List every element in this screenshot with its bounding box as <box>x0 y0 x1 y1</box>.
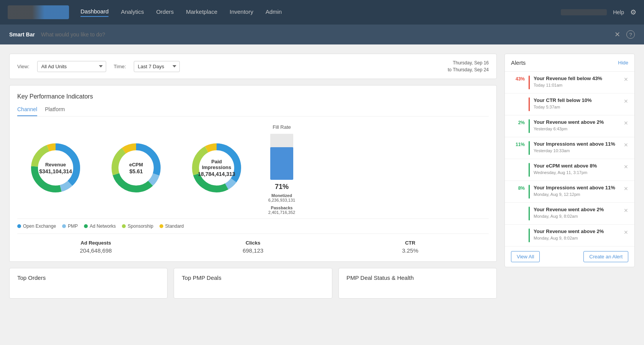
chart-legend: Open Exchange PMP Ad Networks Sponsorshi… <box>17 219 489 233</box>
stat-ad-requests: Ad Requests 204,648,698 <box>17 240 174 254</box>
settings-icon[interactable]: ⚙ <box>630 8 636 16</box>
top-pmp-deals-card: Top PMP Deals <box>174 268 332 299</box>
help-link[interactable]: Help <box>613 9 624 15</box>
passbacks-label: Passbacks <box>271 205 293 210</box>
create-alert-button[interactable]: Create an Alert <box>583 251 628 262</box>
tab-platform[interactable]: Platform <box>45 106 65 116</box>
view-select[interactable]: All Ad Units <box>37 61 106 72</box>
nav-dashboard[interactable]: Dashboard <box>80 8 108 17</box>
alerts-panel: Alerts Hide 43% Your Revenue fell below … <box>504 54 635 267</box>
alert-item-0: 43% Your Revenue fell below 43% Today 11… <box>505 72 634 94</box>
bottom-cards: Top Orders Top PMP Deals PMP Deal Status… <box>9 268 497 299</box>
smart-bar-input[interactable] <box>41 31 608 38</box>
legend-dot-sponsorship <box>122 224 126 228</box>
nav-analytics[interactable]: Analytics <box>121 8 144 16</box>
view-all-button[interactable]: View All <box>511 251 540 262</box>
alert-badge-3: 11% <box>511 141 525 147</box>
alert-content-2: Your Revenue went above 2% Yesterday 6:4… <box>534 119 620 131</box>
time-select[interactable]: Last 7 Days <box>134 61 180 72</box>
legend-dot-ad-networks <box>84 224 88 228</box>
time-label: Time: <box>114 64 126 69</box>
alert-content-4: Your eCPM went above 8% Wednesday, Aug 1… <box>534 163 620 175</box>
legend-ad-networks: Ad Networks <box>84 223 116 229</box>
smart-bar-label: Smart Bar <box>9 31 35 38</box>
legend-open-exchange: Open Exchange <box>17 223 56 229</box>
revenue-donut-text: Revenue $341,104,314 <box>39 162 72 174</box>
passbacks-value: 2,401,716,352 <box>268 210 295 215</box>
alert-bar-6 <box>529 207 530 220</box>
nav-inventory[interactable]: Inventory <box>230 8 253 16</box>
nav-right: Help ⚙ <box>561 8 636 16</box>
alert-item-4: Your eCPM went above 8% Wednesday, Aug 1… <box>505 159 634 181</box>
alert-badge-7 <box>511 228 525 229</box>
top-navigation: Dashboard Analytics Orders Marketplace I… <box>0 0 644 25</box>
alert-badge-2: 2% <box>511 119 525 125</box>
smart-bar-close-icon[interactable]: ✕ <box>614 30 620 39</box>
ecpm-donut: eCPM $5.61 <box>107 139 165 197</box>
legend-dot-pmp <box>62 224 66 228</box>
charts-row: Revenue $341,104,314 <box>17 124 489 215</box>
top-orders-card: Top Orders <box>9 268 168 299</box>
user-info <box>561 9 607 15</box>
alert-close-6[interactable]: ✕ <box>624 207 628 214</box>
fill-bar-container <box>270 134 293 180</box>
alert-close-7[interactable]: ✕ <box>624 228 628 235</box>
fill-rate-chart: Fill Rate 71% Monetized 6,236,933,131 Pa… <box>259 124 305 215</box>
stat-ctr: CTR 3.25% <box>332 240 489 254</box>
alerts-hide-button[interactable]: Hide <box>618 60 628 66</box>
right-panel: Alerts Hide 43% Your Revenue fell below … <box>504 54 635 299</box>
alert-item-3: 11% Your Impressions went above 11% Yest… <box>505 137 634 159</box>
alert-bar-5 <box>529 185 530 199</box>
fill-bar <box>270 147 293 180</box>
main-content: View: All Ad Units Time: Last 7 Days Thu… <box>0 44 644 308</box>
impressions-donut: Paid Impressions 18,784,414,313 <box>188 139 245 197</box>
pmp-deal-status-card: PMP Deal Status & Health <box>338 268 497 299</box>
kpi-title: Key Performance Indicators <box>17 93 489 100</box>
alert-bar-2 <box>529 119 530 133</box>
legend-sponsorship: Sponsorship <box>122 223 153 229</box>
alerts-footer: View All Create an Alert <box>505 246 634 267</box>
alert-content-5: Your Impressions went above 11% Monday, … <box>534 185 620 197</box>
alert-item-5: 8% Your Impressions went above 11% Monda… <box>505 181 634 203</box>
kpi-card: Key Performance Indicators Channel Platf… <box>9 85 497 262</box>
alert-close-5[interactable]: ✕ <box>624 185 628 192</box>
alert-close-1[interactable]: ✕ <box>624 97 628 104</box>
ecpm-chart: eCPM $5.61 <box>98 139 174 200</box>
alert-content-6: Your Revenue went above 2% Monday, Aug 9… <box>534 207 620 219</box>
impressions-chart: Paid Impressions 18,784,414,313 <box>178 139 255 200</box>
nav-links: Dashboard Analytics Orders Marketplace I… <box>80 8 561 17</box>
alert-bar-0 <box>529 76 530 89</box>
fill-rate-percent: 71% <box>275 183 289 191</box>
kpi-tabs: Channel Platform <box>17 106 489 117</box>
ecpm-donut-text: eCPM $5.61 <box>129 162 143 174</box>
revenue-chart: Revenue $341,104,314 <box>17 139 94 200</box>
alert-item-7: Your Revenue went above 2% Monday, Aug 9… <box>505 225 634 246</box>
alert-badge-4 <box>511 163 525 164</box>
alert-content-7: Your Revenue went above 2% Monday, Aug 9… <box>534 228 620 240</box>
alerts-title: Alerts <box>511 59 526 66</box>
nav-marketplace[interactable]: Marketplace <box>186 8 217 16</box>
stats-row: Ad Requests 204,648,698 Clicks 698,123 C… <box>17 233 489 254</box>
alert-close-3[interactable]: ✕ <box>624 141 628 148</box>
alert-badge-0: 43% <box>511 76 525 82</box>
nav-orders[interactable]: Orders <box>156 8 174 16</box>
nav-admin[interactable]: Admin <box>266 8 282 16</box>
revenue-donut: Revenue $341,104,314 <box>27 139 84 197</box>
alert-item-6: Your Revenue went above 2% Monday, Aug 9… <box>505 203 634 225</box>
alert-bar-4 <box>529 163 530 177</box>
tab-channel[interactable]: Channel <box>17 106 37 116</box>
smart-bar-help-icon[interactable]: ? <box>626 30 635 39</box>
stat-clicks: Clicks 698,123 <box>174 240 332 254</box>
alert-item-2: 2% Your Revenue went above 2% Yesterday … <box>505 115 634 137</box>
alert-bar-3 <box>529 141 530 155</box>
monetized-value: 6,236,933,131 <box>268 198 295 202</box>
alert-close-2[interactable]: ✕ <box>624 119 628 126</box>
alert-close-4[interactable]: ✕ <box>624 163 628 170</box>
alert-content-1: Your CTR fell below 10% Today 5:37am <box>534 97 620 109</box>
legend-dot-open-exchange <box>17 224 21 228</box>
smart-bar: Smart Bar ✕ ? <box>0 25 644 44</box>
legend-standard: Standard <box>159 223 184 229</box>
alert-close-0[interactable]: ✕ <box>624 76 628 82</box>
fill-rate-title: Fill Rate <box>273 124 291 130</box>
monetized-label: Monetized <box>271 193 292 198</box>
